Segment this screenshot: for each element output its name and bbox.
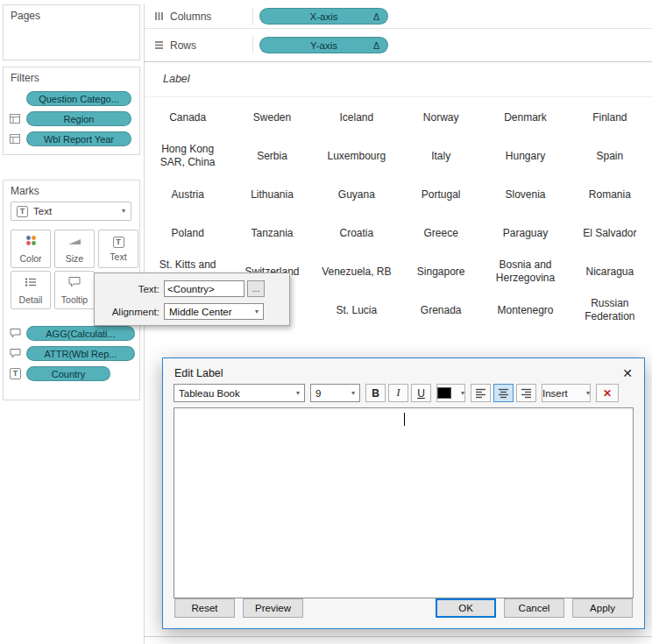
country-mark[interactable]: Austria [145,175,230,214]
country-mark[interactable]: Slovenia [483,175,567,214]
alignment-dropdown[interactable]: Middle Center ▾ [164,303,264,320]
country-mark[interactable]: Luxembourg [315,137,399,175]
filter-pill-region[interactable]: Region [26,111,131,126]
rows-shelf[interactable]: Rows Y-axis Δ [145,33,652,57]
column-field-label[interactable]: Label [163,73,190,85]
country-mark[interactable]: Finland [568,98,652,137]
country-mark[interactable]: El Salvador [568,214,652,252]
country-mark[interactable]: Iceland [315,98,399,137]
mark-pill-agg-calculation[interactable]: AGG(Calculati... [26,326,135,341]
country-mark[interactable]: Singapore [399,252,483,291]
ok-button[interactable]: OK [436,598,496,618]
country-mark[interactable]: Grenada [399,291,483,329]
speech-bubble-icon [68,275,81,291]
dialog-toolbar: Tableau Book ▾ 9 ▾ B I U ▾ [174,384,634,402]
filter-pill-wbl-report-year[interactable]: Wbl Report Year [26,131,131,146]
chevron-down-icon: ▾ [351,390,355,397]
country-mark[interactable]: Hong Kong SAR, China [145,137,230,175]
detail-button[interactable]: Detail [11,271,51,309]
mark-type-label: Text [33,206,52,216]
speech-bubble-icon [10,329,26,338]
bold-button[interactable]: B [365,384,386,402]
apply-button[interactable]: Apply [572,598,633,618]
chevron-down-icon: ▾ [255,308,259,315]
mark-pill-row: ATTR(Wbl Rep... [4,343,139,364]
edit-text-button[interactable]: ... [247,280,265,297]
marks-button-row: Color Size T Text [11,230,138,268]
label-edit-area[interactable] [174,407,634,598]
reset-button[interactable]: Reset [174,598,235,618]
country-mark[interactable]: Paraguay [483,214,567,252]
font-color-button[interactable]: ▾ [436,384,465,402]
columns-shelf[interactable]: Columns X-axis Δ [145,4,652,29]
country-mark[interactable]: Italy [399,137,483,175]
country-mark[interactable]: Spain [568,137,652,175]
country-mark[interactable]: Greece [399,214,483,252]
font-style-group: B I U [365,384,431,402]
font-size-dropdown[interactable]: 9 ▾ [310,384,360,402]
delta-badge: Δ [373,40,379,51]
text-button[interactable]: T Text [98,230,138,268]
delta-badge: Δ [373,11,379,22]
country-mark[interactable]: Sweden [230,98,314,137]
country-mark[interactable]: Lithuania [230,175,314,214]
filter-context-icon [10,114,26,124]
text-field-input[interactable] [164,280,244,297]
country-mark[interactable]: Tanzania [230,214,314,252]
country-mark[interactable]: Serbia [230,137,314,175]
country-mark[interactable]: Denmark [483,98,567,137]
mark-type-dropdown[interactable]: T Text ▾ [11,202,131,221]
marks-button-row: Detail Tooltip [11,271,95,309]
mark-pill-attr-wbl-report[interactable]: ATTR(Wbl Rep... [26,346,135,361]
align-left-button[interactable] [471,384,491,402]
mark-pill-country[interactable]: Country [26,366,110,381]
x-axis-pill[interactable]: X-axis Δ [259,8,388,25]
close-icon[interactable]: ✕ [622,367,633,379]
text-cursor [404,413,405,426]
chevron-down-icon: ▾ [461,390,464,397]
dialog-title: Edit Label [174,367,223,379]
alignment-group [471,384,536,402]
italic-button[interactable]: I [388,384,408,402]
align-right-icon [521,388,532,399]
dialog-footer: Reset Preview OK Cancel Apply [174,598,633,618]
pages-card: Pages [3,4,140,60]
rows-icon [154,40,164,50]
size-button[interactable]: Size [54,230,95,268]
country-mark[interactable]: Guyana [315,175,399,214]
insert-button[interactable]: Insert ▾ [542,384,591,402]
popup-alignment-row: Alignment: Middle Center ▾ [95,303,289,320]
edit-label-dialog: Edit Label ✕ Tableau Book ▾ 9 ▾ B I U ▾ [162,357,645,629]
country-mark[interactable]: Montenegro [483,291,567,329]
country-mark[interactable]: Portugal [399,175,483,214]
pane-divider-line [144,636,652,637]
speech-bubble-icon [10,349,26,358]
country-mark[interactable]: St. Lucia [315,291,399,329]
country-mark[interactable]: Russian Federation [568,291,652,329]
font-family-value: Tableau Book [179,388,240,399]
underline-button[interactable]: U [411,384,431,402]
preview-button[interactable]: Preview [243,598,303,618]
align-right-button[interactable] [516,384,536,402]
popup-text-row: Text: ... [95,280,289,297]
tableau-workspace: Pages Filters Question Catego... Region … [0,0,652,644]
country-mark[interactable]: Venezuela, RB [315,252,399,291]
country-mark[interactable]: Hungary [483,137,567,175]
filter-pill-question-category[interactable]: Question Catego... [26,91,131,106]
y-axis-pill[interactable]: Y-axis Δ [259,37,388,53]
clear-formatting-button[interactable]: ✕ [596,384,619,402]
cancel-button[interactable]: Cancel [504,598,564,618]
country-mark[interactable]: Nicaragua [568,252,652,291]
font-family-dropdown[interactable]: Tableau Book ▾ [174,384,305,402]
country-mark[interactable]: Canada [145,98,230,137]
align-center-icon [498,388,509,399]
country-mark[interactable]: Norway [399,98,483,137]
country-mark[interactable]: Poland [145,214,230,252]
color-button[interactable]: Color [11,230,51,268]
chevron-down-icon: ▾ [586,390,590,397]
tooltip-button[interactable]: Tooltip [54,271,95,309]
country-mark[interactable]: Romania [568,175,652,214]
country-mark[interactable]: Croatia [315,214,399,252]
country-mark[interactable]: Bosnia and Herzegovina [483,252,567,291]
align-center-button[interactable] [493,384,514,402]
